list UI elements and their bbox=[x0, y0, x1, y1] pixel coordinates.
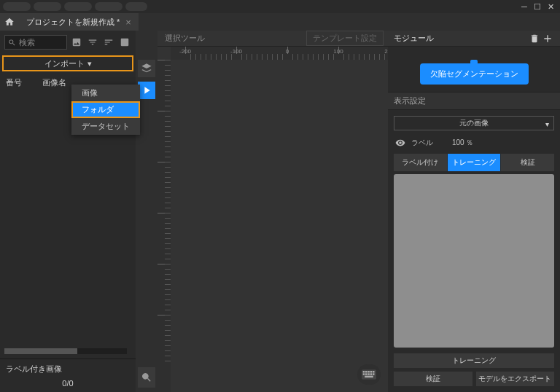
template-settings-button[interactable]: テンプレート設定 bbox=[306, 31, 384, 46]
ruler-horizontal: -200-1000100200 bbox=[171, 47, 388, 60]
module-graph: 欠陥セグメンテーション bbox=[388, 47, 560, 92]
close-button[interactable]: ✕ bbox=[544, 0, 557, 13]
import-button[interactable]: インポート ▾ bbox=[2, 55, 133, 71]
svg-rect-5 bbox=[373, 371, 375, 373]
project-tab-label: プロジェクトを新規作成 * bbox=[26, 17, 120, 28]
pointer-tool-icon[interactable] bbox=[138, 82, 155, 99]
eye-icon[interactable] bbox=[395, 138, 405, 148]
svg-rect-10 bbox=[373, 373, 375, 375]
import-menu-folder[interactable]: フォルダ bbox=[71, 101, 140, 118]
select-icon[interactable] bbox=[118, 36, 131, 49]
delete-module-icon[interactable] bbox=[528, 32, 541, 45]
col-imagename: 画像名 bbox=[42, 77, 66, 88]
tab-validation[interactable]: 検証 bbox=[501, 154, 554, 171]
canvas-area[interactable]: 選択ツール テンプレート設定 -200-1000100200 bbox=[158, 31, 388, 392]
dropdown-caret-icon: ▾ bbox=[545, 120, 549, 128]
filter-icon[interactable] bbox=[86, 36, 99, 49]
project-tab[interactable]: プロジェクトを新規作成 * × bbox=[19, 13, 139, 31]
dropdown-caret-icon: ▾ bbox=[88, 59, 92, 68]
tab-training[interactable]: トレーニング bbox=[448, 154, 502, 171]
svg-rect-11 bbox=[365, 376, 373, 378]
keyboard-icon[interactable] bbox=[357, 364, 381, 385]
training-area bbox=[394, 174, 554, 348]
svg-rect-9 bbox=[370, 373, 373, 375]
labeled-images-count: 0/0 bbox=[6, 379, 130, 388]
import-menu-image[interactable]: 画像 bbox=[71, 85, 140, 101]
display-dropdown[interactable]: 元の画像 ▾ bbox=[394, 116, 554, 130]
ruler-vertical bbox=[158, 60, 171, 392]
import-menu-dataset[interactable]: データセット bbox=[71, 118, 140, 135]
select-tool-label: 選択ツール bbox=[158, 33, 212, 44]
left-footer: ラベル付き画像 0/0 bbox=[0, 358, 136, 392]
verify-button[interactable]: 検証 bbox=[394, 372, 472, 386]
module-title: モジュール bbox=[394, 33, 434, 44]
sort-icon[interactable] bbox=[102, 36, 115, 49]
module-header: モジュール bbox=[388, 31, 560, 47]
svg-rect-8 bbox=[368, 373, 370, 375]
tab-labeling[interactable]: ラベル付け bbox=[394, 154, 448, 171]
home-button[interactable] bbox=[0, 13, 19, 31]
add-module-icon[interactable] bbox=[541, 32, 554, 45]
export-model-button[interactable]: モデルをエクスポート bbox=[476, 372, 555, 386]
right-panel: モジュール 欠陥セグメンテーション 表示設定 元の画像 ▾ ラベル 100 ％ … bbox=[388, 31, 560, 392]
titlebar-pills bbox=[3, 2, 147, 11]
search-placeholder: 検索 bbox=[19, 37, 35, 48]
canvas-topbar: 選択ツール テンプレート設定 bbox=[158, 31, 388, 47]
module-connector[interactable] bbox=[470, 60, 478, 67]
minimize-button[interactable]: ─ bbox=[518, 0, 531, 13]
close-tab-icon[interactable]: × bbox=[125, 17, 131, 28]
h-scrollbar[interactable] bbox=[4, 348, 127, 354]
display-settings-header: 表示設定 bbox=[388, 92, 560, 110]
svg-rect-1 bbox=[363, 371, 365, 373]
project-bar: プロジェクトを新規作成 * × bbox=[0, 13, 560, 31]
image-toggle-icon[interactable] bbox=[70, 36, 83, 49]
maximize-button[interactable]: ☐ bbox=[531, 0, 544, 13]
svg-rect-4 bbox=[370, 371, 373, 373]
svg-rect-3 bbox=[368, 371, 370, 373]
import-label: インポート bbox=[44, 58, 85, 69]
col-number: 番号 bbox=[6, 77, 22, 88]
percent-value: 100 ％ bbox=[452, 138, 473, 148]
display-dropdown-value: 元の画像 bbox=[459, 118, 489, 128]
layers-tool-icon[interactable] bbox=[138, 60, 155, 77]
right-tabs: ラベル付け トレーニング 検証 bbox=[394, 154, 554, 171]
import-menu: 画像 フォルダ データセット bbox=[71, 85, 140, 135]
labeled-images-label: ラベル付き画像 bbox=[6, 364, 130, 375]
titlebar: ─ ☐ ✕ bbox=[0, 0, 560, 13]
training-button[interactable]: トレーニング bbox=[394, 353, 554, 368]
svg-rect-7 bbox=[365, 373, 368, 375]
zoom-tool-icon[interactable] bbox=[138, 367, 155, 388]
search-input[interactable]: 検索 bbox=[4, 35, 67, 50]
svg-rect-2 bbox=[365, 371, 368, 373]
label-text: ラベル bbox=[411, 138, 433, 148]
label-visibility-row: ラベル 100 ％ bbox=[388, 136, 560, 154]
svg-rect-6 bbox=[363, 373, 365, 375]
left-panel: 検索 インポート ▾ 番号 画像名 画像 フォルダ データセット ラベル付き画像… bbox=[0, 31, 136, 392]
